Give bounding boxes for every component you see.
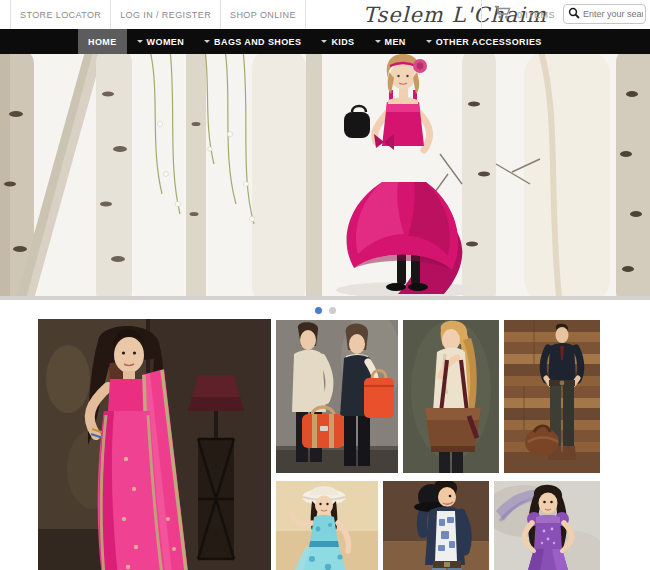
tile-woman-tote[interactable]: [403, 320, 499, 473]
nav-item-home[interactable]: HOME: [78, 29, 127, 54]
nav-label: HOME: [88, 37, 117, 47]
chevron-down-icon: [375, 40, 381, 46]
promo-gallery: [0, 318, 650, 570]
main-nav: HOME WOMEN BAGS AND SHOES KIDS MEN OTHER…: [0, 29, 650, 54]
carousel-dots: [0, 303, 650, 317]
login-register-link[interactable]: LOG IN / REGISTER: [111, 0, 221, 29]
storefront-page: STORE LOCATOR LOG IN / REGISTER SHOP ONL…: [0, 0, 650, 570]
shop-online-link[interactable]: SHOP ONLINE: [221, 0, 306, 29]
nav-label: BAGS AND SHOES: [214, 37, 301, 47]
nav-item-women[interactable]: WOMEN: [127, 29, 195, 54]
nav-label: WOMEN: [147, 37, 185, 47]
chevron-down-icon: [137, 40, 143, 46]
chevron-down-icon: [204, 40, 210, 46]
cart-icon: [494, 5, 511, 24]
tile-man-duffel[interactable]: [504, 320, 600, 473]
search-icon[interactable]: [568, 5, 583, 23]
cart-button[interactable]: 0 ITEMS: [481, 0, 555, 29]
carousel-dot-2[interactable]: [329, 307, 336, 314]
tile-boy-hat[interactable]: [383, 481, 489, 570]
nav-label: OTHER ACCESSORIES: [436, 37, 542, 47]
feature-image-sari[interactable]: [38, 319, 271, 570]
nav-item-men[interactable]: MEN: [365, 29, 416, 54]
nav-label: MEN: [385, 37, 406, 47]
chevron-down-icon: [321, 40, 327, 46]
nav-item-bags-and-shoes[interactable]: BAGS AND SHOES: [194, 29, 311, 54]
cart-count-label: 0 ITEMS: [517, 10, 555, 20]
carousel-dot-1[interactable]: [315, 307, 322, 314]
hero-slide[interactable]: [0, 54, 650, 300]
store-locator-link[interactable]: STORE LOCATOR: [10, 0, 111, 29]
search-input[interactable]: [583, 9, 643, 19]
tile-girl-blue-dress[interactable]: [276, 481, 378, 570]
top-bar: STORE LOCATOR LOG IN / REGISTER SHOP ONL…: [0, 0, 650, 29]
utility-links: STORE LOCATOR LOG IN / REGISTER SHOP ONL…: [10, 0, 306, 29]
tile-row-bottom: [276, 481, 600, 570]
nav-item-kids[interactable]: KIDS: [311, 29, 364, 54]
chevron-down-icon: [426, 40, 432, 46]
tile-row-top: [276, 320, 600, 473]
nav-item-other-accessories[interactable]: OTHER ACCESSORIES: [416, 29, 552, 54]
tile-women-bags[interactable]: [276, 320, 398, 473]
tile-girl-purple-dress[interactable]: [494, 481, 600, 570]
tile-grid: [276, 320, 600, 570]
nav-label: KIDS: [331, 37, 354, 47]
search-box: [563, 4, 646, 24]
